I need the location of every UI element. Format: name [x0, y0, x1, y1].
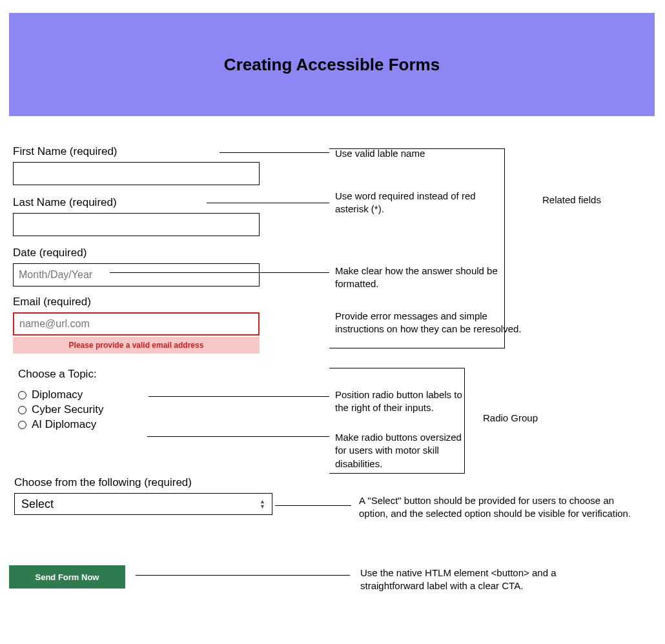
- submit-label: Send Form Now: [36, 572, 99, 582]
- radio-option-cyber-security[interactable]: Cyber Security: [18, 403, 103, 416]
- radio-icon: [18, 421, 26, 429]
- topic-label: Choose a Topic:: [18, 368, 103, 381]
- email-label: Email (required): [13, 296, 260, 308]
- submit-button[interactable]: Send Form Now: [9, 565, 125, 589]
- radio-label: Cyber Security: [32, 403, 103, 416]
- radio-icon: [18, 391, 26, 399]
- header-banner: Creating Accessible Forms: [9, 13, 655, 116]
- radio-label: Diplomacy: [32, 388, 83, 401]
- select-label: Choose from the following (required): [14, 476, 272, 489]
- date-input[interactable]: [13, 263, 260, 287]
- annotation-error-msg: Provide error messages and simple instru…: [335, 310, 529, 336]
- email-error-message: Please provide a valid email address: [13, 337, 260, 354]
- radio-icon: [18, 406, 26, 414]
- radio-option-ai-diplomacy[interactable]: AI Diplomacy: [18, 418, 103, 431]
- first-name-input[interactable]: [13, 162, 260, 185]
- date-label: Date (required): [13, 247, 260, 259]
- select-dropdown[interactable]: Select ▲▼: [14, 493, 272, 515]
- select-value: Select: [21, 498, 54, 511]
- email-input[interactable]: [13, 312, 260, 336]
- page-title: Creating Accessible Forms: [224, 55, 440, 75]
- last-name-input[interactable]: [13, 213, 260, 236]
- annotation-format-clear: Make clear how the answer should be form…: [335, 265, 516, 291]
- annotation-radio-group: Radio Group: [483, 412, 538, 425]
- first-name-label: First Name (required): [13, 145, 260, 158]
- radio-label: AI Diplomacy: [32, 418, 96, 431]
- annotation-select-note: A "Select" button should be provided for…: [359, 494, 637, 521]
- radio-option-diplomacy[interactable]: Diplomacy: [18, 388, 103, 401]
- annotation-button-note: Use the native HTLM element <button> and…: [360, 567, 593, 593]
- annotation-related-fields: Related fields: [542, 194, 601, 206]
- updown-icon: ▲▼: [260, 499, 265, 509]
